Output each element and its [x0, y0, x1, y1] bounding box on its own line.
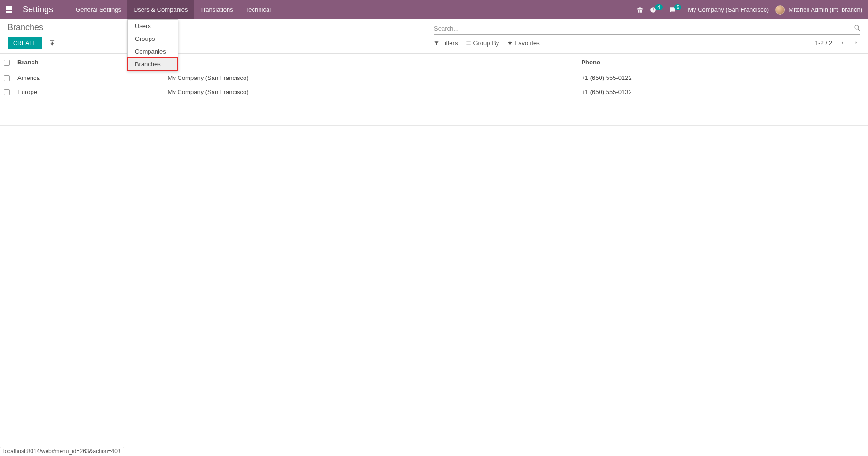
search-bar — [434, 23, 860, 35]
apps-icon[interactable] — [6, 6, 13, 14]
app-title: Settings — [23, 5, 53, 15]
company-switcher[interactable]: My Company (San Francisco) — [688, 6, 769, 13]
checkbox-row[interactable] — [4, 75, 10, 81]
create-button[interactable]: CREATE — [8, 37, 42, 49]
cell-branch: America — [14, 71, 168, 85]
cell-company: My Company (San Francisco) — [168, 85, 578, 99]
avatar — [775, 5, 785, 15]
column-header-phone[interactable]: Phone — [577, 54, 868, 71]
checkbox-row[interactable] — [4, 89, 10, 95]
users-companies-dropdown: Users Groups Companies Branches — [127, 19, 178, 71]
checkbox-all[interactable] — [4, 60, 10, 66]
chat-icon[interactable]: 5 — [669, 7, 682, 13]
activity-badge: 4 — [655, 4, 663, 10]
nav-users-companies[interactable]: Users & Companies Users Groups Companies… — [127, 0, 194, 19]
divider — [0, 125, 868, 126]
group-by-button[interactable]: Group By — [466, 39, 499, 47]
top-navbar: Settings General Settings Users & Compan… — [0, 0, 868, 19]
chat-badge: 5 — [674, 4, 682, 10]
cell-phone: +1 (650) 555-0132 — [577, 85, 868, 99]
cell-company: My Company (San Francisco) — [168, 71, 578, 85]
activity-icon[interactable]: 4 — [650, 7, 663, 13]
dropdown-item-companies[interactable]: Companies — [128, 45, 178, 58]
search-toolbar: Filters Group By Favorites 1-2 / 2 — [434, 37, 860, 50]
table-row[interactable]: Europe My Company (San Francisco) +1 (65… — [0, 85, 868, 99]
download-icon[interactable] — [49, 39, 55, 47]
breadcrumb: Branches — [8, 23, 434, 32]
filters-label: Filters — [441, 39, 458, 47]
column-header-company — [168, 54, 578, 71]
nav-users-companies-label: Users & Companies — [134, 6, 188, 13]
cell-branch: Europe — [14, 85, 168, 99]
nav-technical[interactable]: Technical — [239, 0, 277, 19]
top-right: 4 5 My Company (San Francisco) Mitchell … — [637, 5, 862, 15]
user-menu[interactable]: Mitchell Admin (int_branch) — [775, 5, 862, 15]
gift-icon[interactable] — [637, 7, 643, 13]
group-by-label: Group By — [473, 39, 499, 47]
favorites-button[interactable]: Favorites — [507, 39, 539, 47]
pager-next[interactable] — [852, 39, 860, 47]
dropdown-item-branches[interactable]: Branches — [128, 58, 178, 71]
main-nav: General Settings Users & Companies Users… — [70, 0, 277, 19]
favorites-label: Favorites — [514, 39, 539, 47]
dropdown-item-groups[interactable]: Groups — [128, 32, 178, 45]
pager-prev[interactable] — [838, 39, 846, 47]
spacer — [0, 99, 868, 112]
search-icon[interactable] — [854, 24, 860, 32]
nav-general-settings[interactable]: General Settings — [70, 0, 127, 19]
nav-translations[interactable]: Translations — [194, 0, 239, 19]
filters-button[interactable]: Filters — [434, 39, 458, 47]
pager-range: 1-2 / 2 — [815, 39, 832, 47]
user-name: Mitchell Admin (int_branch) — [789, 6, 862, 13]
search-input[interactable] — [434, 23, 854, 34]
cell-phone: +1 (650) 555-0122 — [577, 71, 868, 85]
table-row[interactable]: America My Company (San Francisco) +1 (6… — [0, 71, 868, 85]
dropdown-item-users[interactable]: Users — [128, 20, 178, 32]
pager: 1-2 / 2 — [815, 39, 860, 47]
